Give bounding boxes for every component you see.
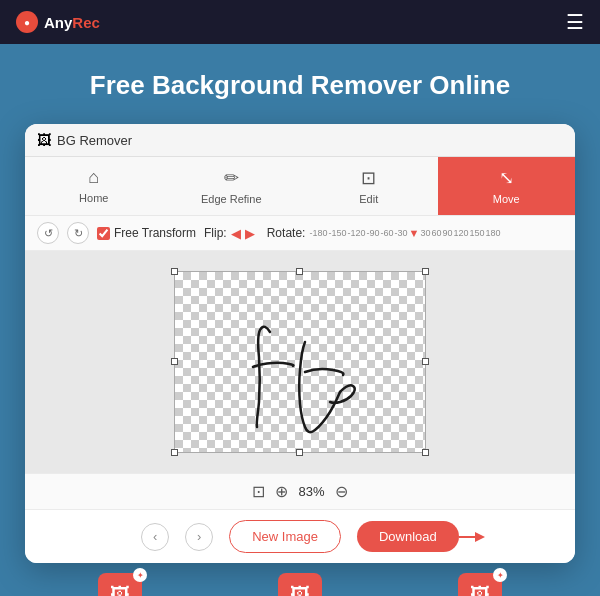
page-background: Free Background Remover Online: [0, 44, 600, 124]
tab-move[interactable]: ⤡ Move: [438, 157, 576, 215]
zoom-percent-label: 83%: [298, 484, 324, 499]
free-transform-input[interactable]: [97, 227, 110, 240]
rotate-scale: -180 -150 -120 -90 -60 -30 ▼ 30 60 90 12…: [309, 227, 500, 239]
modal-header-title: BG Remover: [57, 133, 132, 148]
strip-icon-box-1: 🖼 ✦: [98, 573, 142, 596]
strip-icon-box-2: 🖼: [278, 573, 322, 596]
tab-home-label: Home: [79, 192, 108, 204]
tab-edge-refine-label: Edge Refine: [201, 193, 262, 205]
handle-top-left[interactable]: [171, 268, 178, 275]
handle-bottom-left[interactable]: [171, 449, 178, 456]
rotate-label: Rotate:: [267, 226, 306, 240]
tab-move-label: Move: [493, 193, 520, 205]
modal-overlay: 🖼 BG Remover ⌂ Home ✏ Edge Refine ⊡ Edit…: [0, 124, 600, 563]
modal-header: 🖼 BG Remover: [25, 124, 575, 157]
checkerboard-background: [175, 272, 425, 452]
hamburger-icon[interactable]: ☰: [566, 10, 584, 34]
logo-icon: ●: [16, 11, 38, 33]
download-arrow-icon: [459, 527, 487, 547]
strip-icon-1: 🖼 ✦: [98, 573, 142, 596]
new-image-button[interactable]: New Image: [229, 520, 341, 553]
next-button[interactable]: ›: [185, 523, 213, 551]
edge-refine-icon: ✏: [224, 167, 239, 189]
strip-icon-2: 🖼: [278, 573, 322, 596]
top-navigation: ● AnyRec ☰: [0, 0, 600, 44]
rotate-control: Rotate: -180 -150 -120 -90 -60 -30 ▼ 30 …: [267, 226, 501, 240]
tab-home[interactable]: ⌂ Home: [25, 157, 163, 215]
signature-image: [175, 272, 425, 452]
flip-label: Flip:: [204, 226, 227, 240]
strip-icon-box-3: 🖼 ✦: [458, 573, 502, 596]
zoom-in-icon[interactable]: ⊕: [275, 482, 288, 501]
canvas-area: [25, 251, 575, 473]
strip-badge-1: ✦: [133, 568, 147, 582]
bottom-strip: 🖼 ✦ 🖼 🖼 ✦: [0, 563, 600, 596]
redo-button[interactable]: ↻: [67, 222, 89, 244]
download-button[interactable]: Download: [357, 521, 459, 552]
modal-header-icon: 🖼: [37, 132, 51, 148]
canvas-wrapper: [174, 271, 426, 453]
tab-edit-label: Edit: [359, 193, 378, 205]
strip-icon-3: 🖼 ✦: [458, 573, 502, 596]
handle-top-middle[interactable]: [296, 268, 303, 275]
zoom-out-icon[interactable]: ⊖: [335, 482, 348, 501]
zoom-reset-icon[interactable]: ⊡: [252, 482, 265, 501]
free-transform-checkbox[interactable]: Free Transform: [97, 226, 196, 240]
free-transform-label: Free Transform: [114, 226, 196, 240]
handle-middle-right[interactable]: [422, 358, 429, 365]
home-icon: ⌂: [88, 167, 99, 188]
handle-middle-left[interactable]: [171, 358, 178, 365]
flip-control: Flip: ◀ ▶: [204, 226, 255, 241]
flip-horizontal-button[interactable]: ◀: [231, 226, 241, 241]
page-title: Free Background Remover Online: [20, 56, 580, 101]
tab-edit[interactable]: ⊡ Edit: [300, 157, 438, 215]
flip-vertical-button[interactable]: ▶: [245, 226, 255, 241]
undo-button[interactable]: ↺: [37, 222, 59, 244]
handle-bottom-right[interactable]: [422, 449, 429, 456]
action-bar: ‹ › New Image Download: [25, 509, 575, 563]
strip-badge-3: ✦: [493, 568, 507, 582]
prev-button[interactable]: ‹: [141, 523, 169, 551]
bg-remover-modal: 🖼 BG Remover ⌂ Home ✏ Edge Refine ⊡ Edit…: [25, 124, 575, 563]
logo-text: AnyRec: [44, 14, 100, 31]
handle-bottom-middle[interactable]: [296, 449, 303, 456]
svg-marker-1: [475, 532, 485, 542]
move-icon: ⤡: [499, 167, 514, 189]
tab-edge-refine[interactable]: ✏ Edge Refine: [163, 157, 301, 215]
logo: ● AnyRec: [16, 11, 100, 33]
zoom-bar: ⊡ ⊕ 83% ⊖: [25, 473, 575, 509]
handle-top-right[interactable]: [422, 268, 429, 275]
edit-icon: ⊡: [361, 167, 376, 189]
toolbar-tabs: ⌂ Home ✏ Edge Refine ⊡ Edit ⤡ Move: [25, 157, 575, 216]
controls-bar: ↺ ↻ Free Transform Flip: ◀ ▶ Rotate: -18…: [25, 216, 575, 251]
